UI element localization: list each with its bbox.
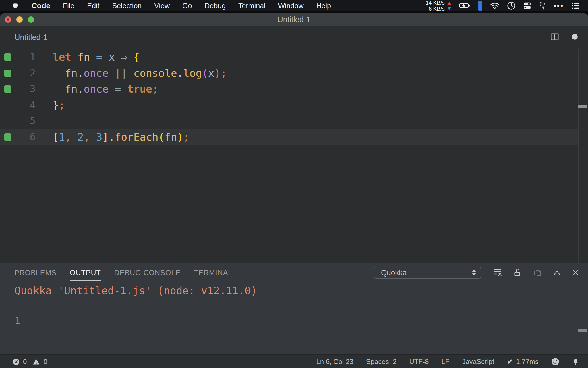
output-channel-select[interactable]: Quokka bbox=[374, 267, 481, 279]
flag-icon[interactable] bbox=[539, 2, 546, 10]
panel-tab-debug-console[interactable]: DEBUG CONSOLE bbox=[114, 263, 181, 282]
unlock-scroll-icon[interactable] bbox=[514, 268, 521, 277]
network-speed-indicator[interactable]: 14 KB/s 6 KB/s bbox=[425, 0, 452, 12]
unsaved-changes-indicator[interactable] bbox=[572, 34, 578, 40]
battery-charging-icon[interactable] bbox=[459, 2, 471, 9]
warning-count: 0 bbox=[43, 358, 47, 366]
code-text: fn.once || console.log(x); bbox=[53, 65, 227, 81]
status-bar: 0 0 Ln 6, Col 23Spaces: 2UTF-8LFJavaScri… bbox=[0, 354, 588, 368]
open-output-in-editor-icon[interactable] bbox=[533, 269, 541, 277]
warning-icon bbox=[32, 358, 40, 365]
panel-tab-problems[interactable]: PROBLEMS bbox=[14, 263, 57, 282]
window-title: Untitled-1 bbox=[0, 13, 588, 26]
error-count: 0 bbox=[23, 358, 27, 366]
code-lines[interactable]: 1let fn = x ⇒ {2 fn.once || console.log(… bbox=[0, 49, 588, 145]
status-javascript[interactable]: JavaScript bbox=[462, 358, 494, 366]
panel-tabs: PROBLEMSOUTPUTDEBUG CONSOLETERMINAL bbox=[14, 263, 232, 282]
overview-ruler-cursor-marker[interactable] bbox=[578, 105, 587, 108]
code-line-4[interactable]: 4}; bbox=[0, 97, 588, 113]
problems-status[interactable]: 0 0 bbox=[13, 355, 47, 368]
panel-header: PROBLEMSOUTPUTDEBUG CONSOLETERMINAL Quok… bbox=[0, 263, 588, 282]
close-panel-icon[interactable] bbox=[572, 269, 579, 276]
panel-overview-ruler-border bbox=[578, 282, 578, 355]
menu-view[interactable]: View bbox=[154, 2, 170, 10]
code-editor[interactable]: 1let fn = x ⇒ {2 fn.once || console.log(… bbox=[0, 43, 588, 263]
menu-terminal[interactable]: Terminal bbox=[238, 2, 265, 10]
battery-level-bar-icon[interactable] bbox=[478, 1, 482, 11]
menu-go[interactable]: Go bbox=[182, 2, 192, 10]
editor-tab-bar: Untitled-1 bbox=[0, 26, 588, 43]
status-utf-8[interactable]: UTF-8 bbox=[409, 358, 429, 366]
bottom-panel: PROBLEMSOUTPUTDEBUG CONSOLETERMINAL Quok… bbox=[0, 263, 588, 354]
status-lf[interactable]: LF bbox=[441, 358, 449, 366]
wifi-icon[interactable] bbox=[490, 2, 500, 9]
code-line-2[interactable]: 2 fn.once || console.log(x); bbox=[0, 65, 588, 81]
run-time-value: 1.77ms bbox=[516, 358, 539, 366]
network-download-speed: 6 KB/s bbox=[425, 6, 445, 12]
code-line-5[interactable]: 5 bbox=[0, 113, 588, 129]
code-text: }; bbox=[53, 97, 65, 113]
clear-output-icon[interactable] bbox=[493, 269, 502, 277]
menu-window[interactable]: Window bbox=[278, 2, 304, 10]
ellipsis-icon[interactable]: ••• bbox=[554, 1, 564, 10]
status-ln-6-col-23[interactable]: Ln 6, Col 23 bbox=[316, 358, 353, 366]
vscode-window: Untitled-1 Untitled-1 1let fn = x ⇒ {2 f… bbox=[0, 13, 588, 368]
toggles-icon[interactable] bbox=[523, 2, 531, 10]
feedback-smiley-icon[interactable] bbox=[551, 358, 559, 366]
error-icon bbox=[13, 358, 20, 365]
output-line bbox=[14, 298, 577, 313]
code-text: let fn = x ⇒ { bbox=[53, 49, 140, 65]
menu-selection[interactable]: Selection bbox=[112, 2, 142, 10]
status-spaces-2[interactable]: Spaces: 2 bbox=[366, 358, 397, 366]
select-spinner-icon bbox=[472, 269, 476, 276]
line-number: 1 bbox=[0, 49, 36, 65]
line-number: 4 bbox=[0, 97, 36, 113]
output-line: 1 bbox=[14, 313, 577, 328]
menu-edit[interactable]: Edit bbox=[87, 2, 99, 10]
menu-bar-status-area: 14 KB/s 6 KB/s bbox=[425, 0, 588, 12]
line-number: 3 bbox=[0, 81, 36, 97]
notifications-bell-icon[interactable] bbox=[572, 358, 579, 366]
quokka-run-time[interactable]: ✔ 1.77ms bbox=[507, 357, 539, 366]
line-number: 5 bbox=[0, 113, 36, 129]
download-arrow-icon bbox=[447, 7, 452, 10]
code-line-6[interactable]: 6[1, 2, 3].forEach(fn); bbox=[0, 129, 588, 145]
panel-tab-output[interactable]: OUTPUT bbox=[70, 263, 101, 282]
output-console[interactable]: Quokka 'Untitled-1.js' (node: v12.11.0)1 bbox=[14, 283, 577, 328]
check-icon: ✔ bbox=[507, 357, 513, 366]
menu-debug[interactable]: Debug bbox=[204, 2, 226, 10]
panel-overview-ruler-marker[interactable] bbox=[578, 329, 587, 332]
editor-tab-untitled-1[interactable]: Untitled-1 bbox=[14, 33, 48, 42]
maximize-panel-icon[interactable] bbox=[554, 270, 560, 275]
code-text: fn.once = true; bbox=[53, 81, 158, 97]
menu-help[interactable]: Help bbox=[316, 2, 331, 10]
output-line: Quokka 'Untitled-1.js' (node: v12.11.0) bbox=[14, 283, 577, 298]
split-editor-icon[interactable] bbox=[551, 33, 559, 40]
network-upload-speed: 14 KB/s bbox=[425, 0, 445, 6]
menu-items: CodeFileEditSelectionViewGoDebugTerminal… bbox=[0, 1, 331, 10]
upload-arrow-icon bbox=[447, 2, 452, 5]
clock-icon[interactable] bbox=[507, 1, 516, 10]
code-text: [1, 2, 3].forEach(fn); bbox=[53, 129, 189, 145]
output-channel-value: Quokka bbox=[381, 268, 407, 277]
line-number: 6 bbox=[0, 129, 36, 145]
window-title-bar[interactable]: Untitled-1 bbox=[0, 13, 588, 26]
code-line-3[interactable]: 3 fn.once = true; bbox=[0, 81, 588, 97]
overview-ruler-border bbox=[578, 49, 579, 263]
line-number: 2 bbox=[0, 65, 36, 81]
menu-code[interactable]: Code bbox=[32, 1, 50, 10]
menu-list-icon[interactable] bbox=[571, 2, 580, 9]
macos-menu-bar: CodeFileEditSelectionViewGoDebugTerminal… bbox=[0, 0, 588, 12]
menu-file[interactable]: File bbox=[63, 2, 74, 10]
panel-tab-terminal[interactable]: TERMINAL bbox=[194, 263, 232, 282]
code-line-1[interactable]: 1let fn = x ⇒ { bbox=[0, 49, 588, 65]
apple-logo-icon[interactable] bbox=[11, 2, 19, 9]
